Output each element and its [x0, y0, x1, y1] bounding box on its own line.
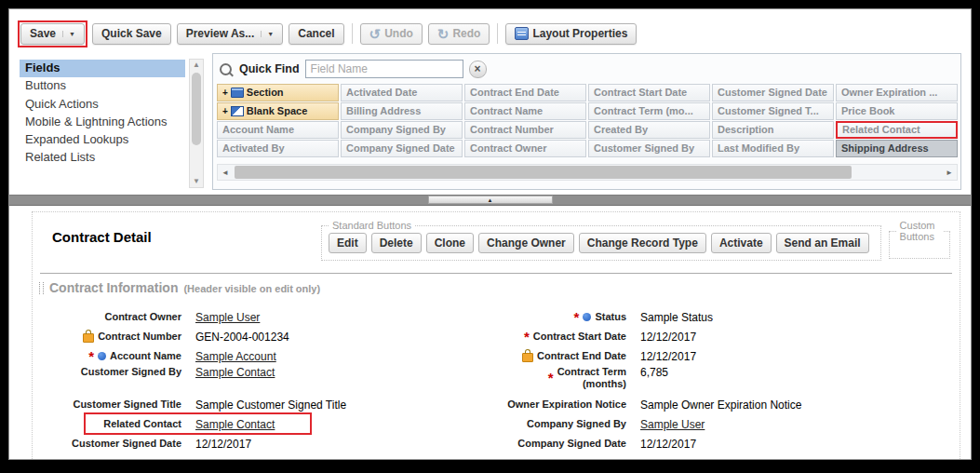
field-row[interactable]: Customer Signed TitleSample Customer Sig… — [53, 395, 960, 414]
palette-hscrollbar[interactable]: ◄ ► — [217, 164, 958, 181]
palette-item-company-signed-by[interactable]: Company Signed By — [341, 121, 463, 139]
palette-item-activated-by[interactable]: Activated By — [217, 140, 339, 157]
quick-find-input[interactable] — [305, 60, 463, 78]
field-label: Customer Signed By — [53, 366, 181, 378]
scrollbar-thumb[interactable] — [235, 166, 852, 179]
palette-item-related-contact[interactable]: Related Contact — [836, 121, 958, 139]
palette-item-customer-signed-date[interactable]: Customer Signed Date — [712, 84, 834, 101]
change-record-type-button[interactable]: Change Record Type — [579, 233, 706, 253]
palette-item-owner-expiration[interactable]: Owner Expiration ... — [836, 84, 958, 101]
sample-value-link[interactable]: Sample Contact — [195, 418, 275, 431]
palette-item-last-modified-by[interactable]: Last Modified By — [712, 140, 834, 157]
scroll-up-icon[interactable]: ▲ — [193, 60, 200, 71]
scroll-right-icon[interactable]: ► — [942, 169, 957, 177]
palette-item-created-by[interactable]: Created By — [588, 121, 710, 139]
activate-button[interactable]: Activate — [711, 233, 772, 253]
palette-item-contract-owner[interactable]: Contract Owner — [464, 140, 586, 157]
field-row[interactable]: Price BookSample Price Book — [53, 453, 960, 460]
scroll-down-icon[interactable]: ▼ — [193, 176, 200, 187]
collapse-palette-button[interactable]: ▲ — [428, 196, 553, 204]
field-value: 12/12/2017 — [640, 350, 696, 363]
sidebar-item-fields[interactable]: Fields — [20, 60, 185, 77]
palette-item-label: Blank Space — [247, 103, 307, 119]
delete-button[interactable]: Delete — [371, 233, 422, 253]
field-row[interactable]: Related ContactSample ContactCompany Sig… — [53, 414, 960, 434]
cancel-button[interactable]: Cancel — [289, 23, 343, 45]
chevron-down-icon: ▼ — [62, 31, 75, 37]
field-row[interactable]: Contract OwnerSample User*StatusSample S… — [53, 307, 960, 327]
palette-column: Customer Signed DateCustomer Signed T...… — [712, 84, 834, 157]
palette-item-contract-end-date[interactable]: Contract End Date — [464, 84, 586, 101]
palette-item-blank-space[interactable]: +Blank Space — [217, 102, 339, 120]
quick-save-button[interactable]: Quick Save — [92, 23, 171, 45]
palette-item-shipping-address[interactable]: Shipping Address — [836, 140, 958, 157]
palette-item-company-signed-date[interactable]: Company Signed Date — [341, 140, 463, 157]
sidebar-item-mobile-lightning-actions[interactable]: Mobile & Lightning Actions — [20, 114, 185, 131]
palette-item-contract-name[interactable]: Contract Name — [464, 102, 586, 120]
field-value: Sample User — [640, 418, 705, 431]
palette-item-customer-signed-by[interactable]: Customer Signed By — [588, 140, 710, 157]
scroll-left-icon[interactable]: ◄ — [218, 169, 233, 177]
save-button[interactable]: Save ▼ — [20, 23, 85, 45]
field-label-text: Status — [595, 311, 626, 323]
field-value: GEN-2004-001234 — [195, 331, 470, 344]
sample-value-link[interactable]: Sample User — [640, 418, 705, 431]
save-annotation-box: Save ▼ — [18, 20, 87, 47]
field-row[interactable]: Customer Signed Date12/12/2017Company Si… — [53, 434, 960, 453]
change-owner-button[interactable]: Change Owner — [478, 233, 574, 253]
palette-item-label: Section — [247, 85, 284, 101]
quick-find-bar: Quick Find × — [217, 58, 958, 84]
send-an-email-button[interactable]: Send an Email — [776, 233, 869, 253]
preview-as-button[interactable]: Preview As... ▼ — [177, 23, 284, 45]
redo-button[interactable]: ↻ Redo — [428, 23, 490, 45]
sidebar-scrollbar[interactable]: ▲ ▼ — [189, 59, 204, 188]
sample-value-link[interactable]: Sample User — [195, 311, 260, 324]
clone-button[interactable]: Clone — [426, 233, 474, 253]
palette-item-billing-address[interactable]: Billing Address — [341, 102, 463, 120]
field-row[interactable]: Contract NumberGEN-2004-001234*Contract … — [53, 327, 960, 346]
field-label: Owner Expiration Notice — [470, 399, 626, 411]
save-label: Save — [30, 27, 56, 40]
field-value: Sample Customer Signed Title — [195, 399, 470, 412]
info-section-note: (Header visible on edit only) — [183, 281, 320, 294]
palette-item-customer-signed-t[interactable]: Customer Signed T... — [712, 102, 834, 120]
palette-item-contract-number[interactable]: Contract Number — [464, 121, 586, 139]
field-label: Contract Number — [53, 331, 181, 343]
palette-item-activated-date[interactable]: Activated Date — [341, 84, 463, 101]
clear-search-icon[interactable]: × — [469, 61, 487, 78]
field-value: 12/12/2017 — [195, 438, 470, 451]
sidebar-item-expanded-lookups[interactable]: Expanded Lookups — [20, 131, 185, 149]
scrollbar-thumb[interactable] — [192, 73, 201, 145]
category-list: FieldsButtonsQuick ActionsMobile & Light… — [20, 60, 206, 168]
sidebar-item-related-lists[interactable]: Related Lists — [20, 149, 185, 167]
field-label-text: Customer Signed By — [81, 366, 181, 378]
page-layout-editor-window: Save ▼ Quick Save Preview As... ▼ Cancel… — [8, 8, 972, 460]
contract-information-header[interactable]: Contract Information (Header visible on … — [33, 280, 960, 295]
sidebar-item-buttons[interactable]: Buttons — [20, 77, 185, 95]
undo-button[interactable]: ↺ Undo — [360, 23, 423, 45]
field-label: *Account Name — [53, 350, 181, 362]
palette-item-contract-term-mo[interactable]: Contract Term (mo... — [588, 102, 710, 120]
sample-value-link[interactable]: Sample Price Book — [195, 457, 290, 461]
edit-button[interactable]: Edit — [329, 233, 367, 253]
field-label-text: Contract Start Date — [533, 331, 626, 343]
field-row[interactable]: Customer Signed BySample Contact*Contrac… — [53, 366, 960, 395]
required-icon: * — [88, 352, 94, 361]
info-section-title: Contract Information — [49, 280, 178, 295]
layout-properties-button[interactable]: Layout Properties — [505, 23, 637, 45]
sidebar-item-quick-actions[interactable]: Quick Actions — [20, 96, 185, 114]
required-icon: * — [548, 373, 554, 383]
sample-value-link[interactable]: Sample Contact — [195, 366, 275, 379]
field-label: Contract End Date — [470, 350, 626, 362]
palette-item-contract-start-date[interactable]: Contract Start Date — [588, 84, 710, 101]
chevron-down-icon: ▼ — [261, 31, 274, 37]
sample-value-link[interactable]: Sample Account — [195, 350, 276, 363]
field-row[interactable]: *Account NameSample AccountContract End … — [53, 346, 960, 366]
custom-buttons-group: Custom Buttons — [889, 220, 950, 259]
palette-item-description[interactable]: Description — [712, 121, 834, 139]
palette-item-account-name[interactable]: Account Name — [217, 121, 339, 139]
palette-item-section[interactable]: +Section — [217, 84, 339, 101]
palette-item-price-book[interactable]: Price Book — [836, 102, 958, 120]
required-icon: * — [524, 332, 530, 342]
controlling-field-icon — [116, 459, 125, 460]
